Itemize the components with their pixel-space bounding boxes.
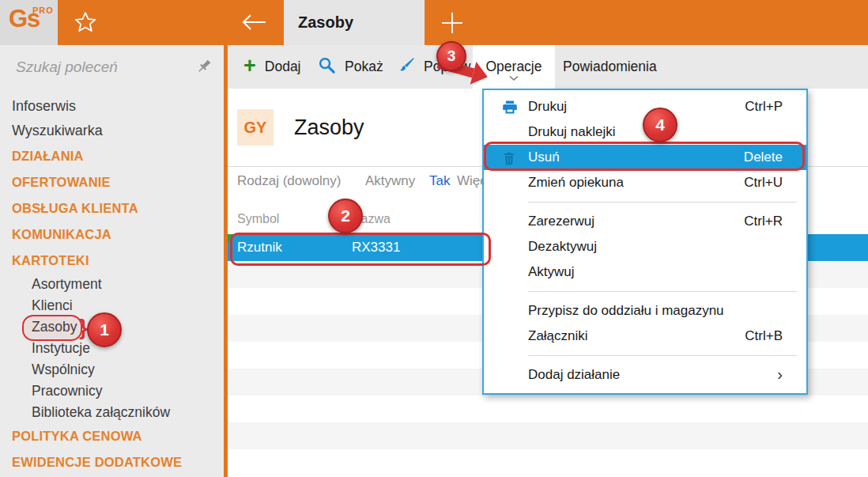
new-tab-plus-icon[interactable] [440,10,465,36]
annotation-step-4: 4 [643,108,677,142]
submenu-arrow-icon: › [777,362,783,387]
back-arrow-icon[interactable] [240,10,268,34]
menu-item-zalaczniki[interactable]: Załączniki Ctrl+B [484,324,806,349]
menu-shortcut: Ctrl+B [745,324,783,349]
plus-icon: + [243,58,256,74]
chevron-down-icon [509,69,519,85]
sidebar-nav: Infoserwis Wyszukiwarka DZIAŁANIA OFERTO… [0,89,224,475]
annotation-box-zasoby [22,315,82,341]
brush-icon [397,56,415,78]
menu-separator [528,202,797,203]
sidebar-item-pracownicy[interactable]: Pracownicy [0,380,224,402]
table-row [228,422,868,449]
menu-label: Załączniki [528,328,588,343]
sidebar-section-polityka-cenowa[interactable]: POLITYKA CENOWA [0,423,224,449]
menu-label: Drukuj [528,99,567,114]
menu-label: Zarezerwuj [528,214,594,229]
filter-rodzaj[interactable]: Rodzaj (dowolny) [237,173,341,189]
sidebar-section-dzialania[interactable]: DZIAŁANIA [0,143,224,169]
sidebar-section-obsluga-klienta[interactable]: OBSŁUGA KLIENTA [0,195,224,221]
menu-label: Dezaktywuj [528,239,597,254]
notifications-label: Powiadomienia [563,59,657,75]
sidebar-item-infoserwis[interactable]: Infoserwis [0,94,224,119]
show-button[interactable]: Pokaż [318,45,383,89]
filter-aktywny-label[interactable]: Aktywny [365,173,415,189]
annotation-step-1: 1 [87,312,122,347]
menu-item-zarezerwuj[interactable]: Zarezerwuj Ctrl+R [484,209,806,234]
sidebar-section-komunikacja[interactable]: KOMUNIKACJA [0,221,224,248]
menu-label: Zmień opiekuna [528,175,624,190]
sidebar-item-wspolnicy[interactable]: Wspólnicy [0,359,224,380]
annotation-connector: } [79,316,88,340]
menu-item-zmien-opiekuna[interactable]: Zmień opiekuna Ctrl+U [484,170,806,195]
add-button-label: Dodaj [265,59,301,75]
notifications-button[interactable]: Powiadomienia [563,45,657,89]
sidebar-section-kartoteki[interactable]: KARTOTEKI [0,248,224,274]
menu-item-przypisz-do-oddzialu[interactable]: Przypisz do oddziału i magazynu [484,298,806,324]
menu-shortcut: Ctrl+U [744,170,783,195]
page-title: Zasoby [294,115,364,140]
sidebar-item-klienci[interactable]: Klienci [0,295,224,316]
annotation-step-3: 3 [436,41,466,71]
add-button[interactable]: + Dodaj [243,45,301,89]
annotation-box-selected-row [230,233,491,266]
menu-shortcut: Ctrl+P [745,94,783,119]
menu-item-dodaj-dzialanie[interactable]: Dodaj działanie › [484,362,806,388]
module-badge: GY [237,109,274,146]
menu-shortcut: Ctrl+R [744,209,783,234]
app-window: Gs PRO Zasoby [0,0,868,477]
menu-separator [528,355,797,356]
sidebar-section-ofertowanie[interactable]: OFERTOWANIE [0,169,224,195]
tab-label: Zasoby [298,0,353,45]
menu-label: Drukuj naklejki [528,124,616,139]
menu-item-dezaktywuj[interactable]: Dezaktywuj [484,234,806,259]
filter-aktywny-value[interactable]: Tak [429,173,450,189]
logo-pro-badge: PRO [32,6,54,15]
pin-icon[interactable] [195,58,213,75]
favorite-star-icon[interactable] [74,10,97,34]
top-bar: Gs PRO Zasoby [0,0,868,45]
magnifier-icon [318,56,336,78]
menu-label: Aktywuj [528,264,575,279]
menu-item-aktywuj[interactable]: Aktywuj [484,259,806,285]
menu-label: Przypisz do oddziału i magazynu [528,303,724,318]
sidebar: Infoserwis Wyszukiwarka DZIAŁANIA OFERTO… [0,45,224,477]
search-input[interactable] [16,55,194,80]
annotation-step-2: 2 [328,199,363,233]
table-row [228,449,868,476]
menu-label: Dodaj działanie [528,367,620,382]
annotation-box-usun [484,142,805,171]
column-header-symbol[interactable]: Symbol [237,212,279,226]
tab-zasoby[interactable]: Zasoby [284,0,425,45]
sidebar-item-wyszukiwarka[interactable]: Wyszukiwarka [0,119,224,143]
sidebar-item-biblioteka-zalacznikow[interactable]: Biblioteka załączników [0,402,224,423]
command-search [0,45,224,89]
menu-separator [528,291,797,292]
toolbar: + Dodaj Pokaż Po [228,45,868,89]
show-button-label: Pokaż [345,59,383,75]
table-row [228,396,868,422]
app-logo: Gs PRO [0,0,58,45]
sidebar-section-ewidencje-dodatkowe[interactable]: EWIDENCJE DODATKOWE [0,449,224,475]
sidebar-item-asortyment[interactable]: Asortyment [0,274,224,295]
